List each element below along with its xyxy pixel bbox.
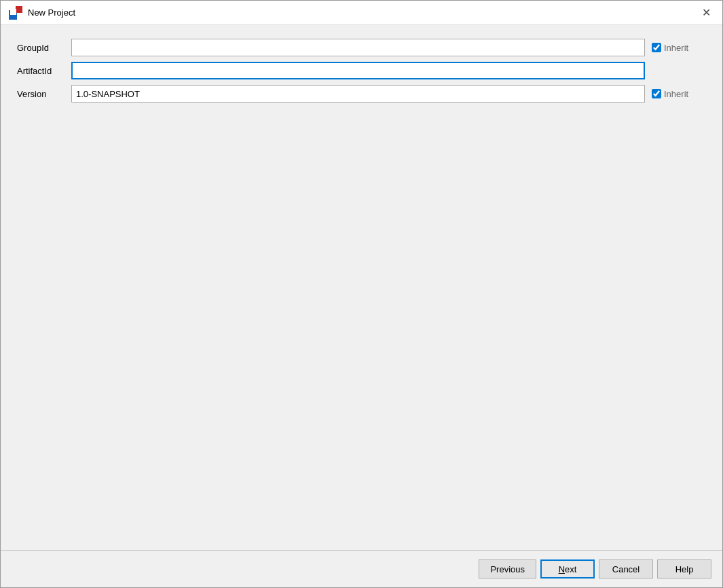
groupid-inherit-label: Inherit (664, 43, 688, 53)
artifactid-row: ArtifactId Inherit (17, 62, 706, 79)
dialog-window: New Project ✕ GroupId Inherit ArtifactId… (0, 0, 723, 588)
artifactid-input[interactable] (71, 62, 645, 79)
content-area: GroupId Inherit ArtifactId Inherit Versi… (1, 25, 722, 550)
groupid-inherit-checkbox[interactable] (652, 43, 661, 52)
version-inherit-label: Inherit (664, 89, 688, 99)
version-input[interactable] (71, 85, 645, 103)
dialog-title: New Project (28, 7, 75, 18)
groupid-input[interactable] (71, 39, 645, 56)
version-inherit-checkbox[interactable] (652, 89, 661, 98)
version-inherit-container: Inherit (652, 89, 706, 99)
cancel-button[interactable]: Cancel (599, 559, 653, 578)
bottom-bar: Previous Next Cancel Help (1, 550, 722, 587)
previous-button[interactable]: Previous (479, 559, 536, 578)
version-label: Version (17, 89, 71, 99)
close-button[interactable]: ✕ (698, 5, 714, 21)
artifactid-label: ArtifactId (17, 66, 71, 76)
app-icon (9, 6, 22, 20)
groupid-label: GroupId (17, 43, 71, 53)
version-row: Version Inherit (17, 85, 706, 103)
groupid-inherit-container: Inherit (652, 43, 706, 53)
groupid-row: GroupId Inherit (17, 39, 706, 56)
help-button[interactable]: Help (657, 559, 711, 578)
title-bar: New Project ✕ (1, 1, 722, 25)
next-button[interactable]: Next (540, 559, 595, 578)
title-bar-left: New Project (9, 6, 75, 20)
